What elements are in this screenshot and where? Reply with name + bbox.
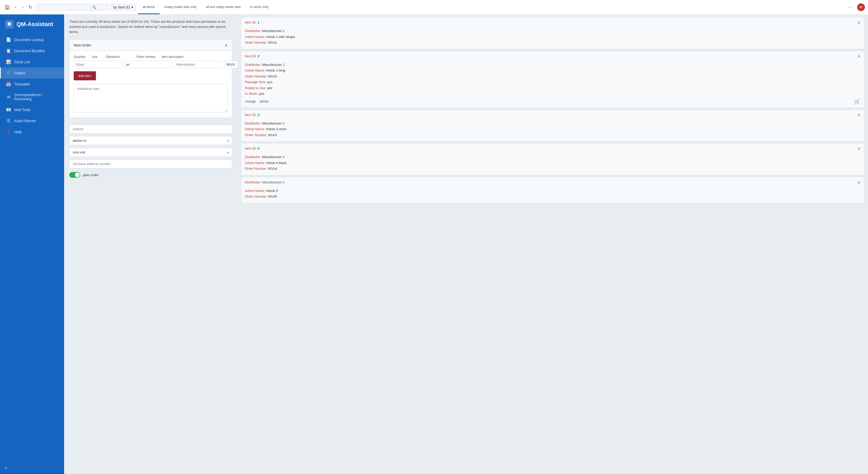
article-name-label: Article Name: [245,35,265,39]
sidebar-item-help[interactable]: ❓ Help [0,126,64,137]
order-number-label: Order Number: [245,40,267,44]
filter-select[interactable]: by Item ID ▾ [111,4,136,10]
item-row: Ready to Use: yes [245,86,861,91]
article-name-value: Article 5 [266,189,278,193]
item-expand-button[interactable]: ∧ [858,54,861,59]
item-id-text-label: Item ID: [245,113,257,117]
item-row: In Stock: yes [245,91,861,96]
plain-order-label: plain order [83,173,98,177]
change-link[interactable]: change [245,99,256,103]
tab-in-stock[interactable]: in stock only [245,0,273,14]
article-name-value: Article 1 with straps [266,35,295,39]
filter-label: by Item ID [113,5,130,9]
intro-text: There are currently 30 items listed (as … [69,19,232,35]
header-distributor: Distributor [106,55,134,59]
item-id-value: 2 [257,54,259,58]
item-card-header[interactable]: Item ID: 2 ∧ [241,51,864,61]
order-collapse-button[interactable]: ∧ [225,43,228,47]
sidebar-item-document-lookup[interactable]: 📄 Document Lookup [0,34,64,45]
distributor-value: Manufacturer 1 [262,155,284,159]
tab-ready-made[interactable]: ready-made aids only [159,0,201,14]
add-to-cart-button[interactable]: 🛒 [854,98,861,105]
distributor-label: Distributor: [245,155,261,159]
item-card-header[interactable]: Item ID: 4 ∨ [241,143,864,154]
sidebar-item-stock-list[interactable]: 📊 Stock List [0,56,64,67]
article-name-value: Article 2 long [266,68,285,72]
item-row: Order Number: M1A5 [245,194,861,199]
sidebar-item-label: Orders [14,71,25,75]
sidebar-item-mail-tools[interactable]: 📧 Mail Tools [0,104,64,115]
item-id-text-label: Item ID: [245,54,257,58]
unit-input[interactable] [124,61,172,68]
item-row: Article Name: Article 1 with straps [245,34,861,39]
item-expand-button[interactable]: ∨ [858,146,861,151]
forward-button[interactable]: › [20,3,25,11]
order-number-label: Order Number: [245,195,267,198]
more-button[interactable]: ··· [846,3,854,11]
item-card-header[interactable]: Item ID: 1 ∨ [241,17,864,27]
item-row: Distributor: Manufacturer 1 [245,155,861,160]
package-size-value: pcs [267,80,273,84]
header-order-number: Order number [136,55,159,59]
item-expand-button[interactable]: ∨ [858,20,861,25]
content-area: There are currently 30 items listed (as … [64,14,868,474]
distributor-label: Distributor: [245,63,261,67]
callback-input[interactable] [69,159,232,168]
distributor-value: Manufacturer 1 [262,122,284,125]
document-bundles-icon: 📋 [6,48,11,53]
distributor-inline-value: Manufacturer 1 [262,180,284,184]
plain-order-toggle[interactable] [69,172,80,178]
item-card-header[interactable]: Distributor: Manufacturer 1 ∨ [241,177,864,187]
in-stock-label: In Stock: [245,92,258,96]
item-actions: change delete 🛒 [245,98,861,105]
sidebar-item-correspondence[interactable]: ✉ Correspondence / Reasoning [0,90,64,104]
sidebar-item-document-bundles[interactable]: 📋 Document Bundles [0,45,64,56]
header-unit: Unit [92,55,104,59]
article-name-label: Article Name: [245,127,265,131]
note-textarea[interactable] [74,84,228,112]
deliver-to-wrap: deliver to Option A Option B [69,134,232,145]
item-row: Distributor: Manufacturer 1 [245,121,861,126]
sidebar-collapse-button[interactable]: ⇤ [5,466,59,470]
toggle-thumb [75,173,80,177]
search-bar: manufacturer 🔍 [36,4,108,10]
order-number-value: M1A2 [268,74,277,78]
mail-tools-icon: 📧 [6,107,11,112]
sidebar-item-audit-planner[interactable]: ☰ Audit Planner [0,115,64,126]
stock-list-icon: 📊 [6,59,11,64]
item-expand-button[interactable]: ∨ [858,180,861,185]
sidebar-item-label: Correspondence / Reasoning [14,93,59,101]
search-input[interactable]: manufacturer [39,5,91,9]
item-row: Article Name: Article 5 [245,188,861,194]
distributor-input[interactable] [174,61,222,68]
order-row: 🗑 [74,61,228,68]
tab-all-but-ready-made[interactable]: all but ready-made aids [201,0,245,14]
timetable-icon: 📅 [6,81,11,87]
item-expand-button[interactable]: ∨ [858,112,861,117]
cost-unit-select[interactable]: cost unit Unit A Unit B [69,148,232,157]
quantity-input[interactable] [74,61,122,68]
delete-link[interactable]: delete [259,99,269,103]
item-id-label: Distributor: Manufacturer 1 [245,180,285,184]
sidebar-item-timetable[interactable]: 📅 Timetable [0,78,64,90]
back-button[interactable]: ‹ [13,3,18,11]
order-number-label: Order Number: [245,74,267,78]
sidebar-item-orders[interactable]: 🛒 Orders [0,67,64,78]
refresh-button[interactable]: ↻ [27,3,34,11]
add-item-button[interactable]: add item [74,71,96,80]
article-name-label: Article Name: [245,68,265,72]
package-size-label: Package Size: [245,80,266,84]
item-row: Order Number: M1A4 [245,166,861,171]
item-card-header[interactable]: Item ID: 3 ∨ [241,110,864,120]
order-number-label: Order Number: [245,133,267,137]
item-body: Distributor: Manufacturer 1 Article Name… [241,120,864,141]
orderer-input[interactable] [69,125,232,134]
order-number-input[interactable] [224,61,237,68]
home-icon[interactable]: 🏠 [3,3,11,11]
deliver-to-select[interactable]: deliver to Option A Option B [69,136,232,145]
distributor-label: Distributor: [245,29,261,33]
item-id-label: Item ID: 2 [245,54,259,58]
tab-all-items[interactable]: all items [138,0,160,14]
sidebar-title: QM-Assistant [17,21,53,28]
sidebar-item-label: Help [14,130,22,134]
